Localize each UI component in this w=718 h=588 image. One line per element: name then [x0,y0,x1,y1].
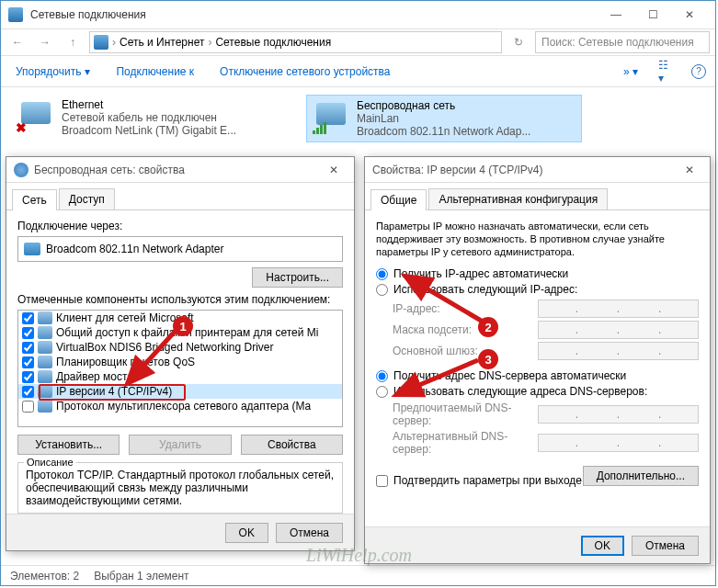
breadcrumb-root[interactable]: Сеть и Интернет [120,36,204,49]
wifi-icon [311,99,351,136]
location-icon [94,35,108,50]
maximize-button[interactable]: ☐ [634,2,671,28]
dns1-label: Предпочитаемый DNS-сервер: [393,401,530,427]
arrow-icon [395,266,496,331]
view-icon[interactable]: ☷ ▾ [658,62,677,81]
radio[interactable] [376,268,388,280]
checkbox[interactable] [22,327,34,339]
validate-checkbox-row[interactable]: Подтвердить параметры при выходе [376,474,582,487]
navbar: ← → ↑ › Сеть и Интернет › Сетевые подклю… [1,28,715,56]
tabs: Общие Альтернативная конфигурация [365,183,710,210]
intro-text: Параметры IP можно назначать автоматичес… [376,220,699,258]
tab-alternate[interactable]: Альтернативная конфигурация [428,188,608,209]
ip-input: ... [538,300,699,318]
search-input[interactable]: Поиск: Сетевые подключения [535,31,710,53]
description-text: Протокол TCP/IP. Стандартный протокол гл… [26,469,335,507]
component-icon [38,356,52,368]
ok-button[interactable]: OK [225,523,268,543]
description-legend: Описание [24,456,76,469]
close-icon[interactable]: ✕ [677,164,702,176]
component-icon [38,341,52,354]
mask-input: ... [538,321,699,339]
more-button[interactable]: » ▾ [618,62,644,82]
dialog-titlebar: Беспроводная сеть: свойства ✕ [6,157,354,183]
component-icon [38,400,52,413]
component-icon [38,311,52,324]
cancel-button[interactable]: Отмена [632,536,699,556]
conn-device: Broadcom 802.11n Network Adap... [357,125,530,138]
install-button[interactable]: Установить... [17,435,120,455]
gateway-label: Основной шлюз: [393,345,530,357]
cancel-button[interactable]: Отмена [276,523,343,543]
dns1-input: ... [538,405,699,424]
breadcrumb[interactable]: › Сеть и Интернет › Сетевые подключения [89,31,502,53]
adapter-icon [24,243,40,255]
connection-wireless[interactable]: Беспроводная сеть MainLan Broadcom 802.1… [306,95,582,142]
tabs: Сеть Доступ [6,183,354,210]
advanced-button[interactable]: Дополнительно... [583,466,699,486]
titlebar: Сетевые подключения — ☐ ✕ [1,1,715,28]
window-title: Сетевые подключения [30,8,598,21]
dns2-label: Альтернативный DNS-сервер: [393,430,530,456]
toolbar: Упорядочить ▾ Подключение к Отключение с… [1,56,715,87]
close-icon[interactable]: ✕ [321,164,347,176]
configure-button[interactable]: Настроить... [252,267,343,288]
radio[interactable] [376,284,388,296]
adapter-field: Broadcom 802.11n Network Adapter [17,236,343,262]
nav-refresh-icon[interactable]: ↻ [507,31,530,53]
gateway-input: ... [538,342,699,360]
tab-access[interactable]: Доступ [59,188,115,209]
breadcrumb-current[interactable]: Сетевые подключения [215,36,331,49]
conn-status: Сетевой кабель не подключен [62,111,236,124]
checkbox[interactable] [22,342,34,354]
ok-button[interactable]: OK [581,536,624,556]
component-icon [38,370,52,383]
conn-name: Беспроводная сеть [357,99,530,112]
tab-general[interactable]: Общие [370,189,427,210]
disable-button[interactable]: Отключение сетевого устройства [214,62,395,82]
arrow-icon [386,358,487,404]
help-icon[interactable]: ? [691,64,706,79]
checkbox[interactable] [22,401,34,413]
adapter-name: Broadcom 802.11n Network Adapter [46,243,223,255]
window-icon [8,7,23,22]
conn-device: Broadcom NetLink (TM) Gigabit E... [62,124,236,137]
description-group: Описание Протокол TCP/IP. Стандартный пр… [17,462,343,514]
close-button[interactable]: ✕ [671,2,708,28]
ethernet-icon: ✖ [16,98,56,135]
properties-button[interactable]: Свойства [241,435,343,455]
wifi-icon [14,163,28,177]
checkbox[interactable] [22,386,34,398]
statusbar: Элементов: 2 Выбран 1 элемент [1,565,715,585]
organize-button[interactable]: Упорядочить ▾ [10,62,96,82]
conn-status: MainLan [357,112,530,125]
dialog-title: Беспроводная сеть: свойства [34,164,321,176]
remove-button[interactable]: Удалить [129,435,231,455]
checkbox[interactable] [22,312,34,324]
arrow-icon [110,303,211,404]
dns2-input: ... [538,434,699,452]
nav-forward-icon[interactable]: → [34,31,56,53]
connect-via-label: Подключение через: [17,220,343,232]
component-icon [38,326,52,339]
component-icon [38,385,52,398]
status-selection: Выбран 1 элемент [94,570,188,582]
status-count: Элементов: 2 [10,570,79,582]
checkbox[interactable] [22,371,34,383]
dialog-title: Свойства: IP версии 4 (TCP/IPv4) [372,164,677,176]
connections-pane: ✖ Ethernet Сетевой кабель не подключен B… [1,87,715,150]
connect-button[interactable]: Подключение к [110,62,199,82]
conn-name: Ethernet [62,98,236,111]
dialog-titlebar: Свойства: IP версии 4 (TCP/IPv4) ✕ [365,157,710,183]
connection-ethernet[interactable]: ✖ Ethernet Сетевой кабель не подключен B… [12,95,288,142]
minimize-button[interactable]: — [598,2,634,28]
nav-up-icon[interactable]: ↑ [62,31,84,53]
checkbox[interactable] [376,475,388,487]
nav-back-icon[interactable]: ← [6,31,28,53]
checkbox[interactable] [22,356,34,368]
tab-network[interactable]: Сеть [12,189,57,210]
